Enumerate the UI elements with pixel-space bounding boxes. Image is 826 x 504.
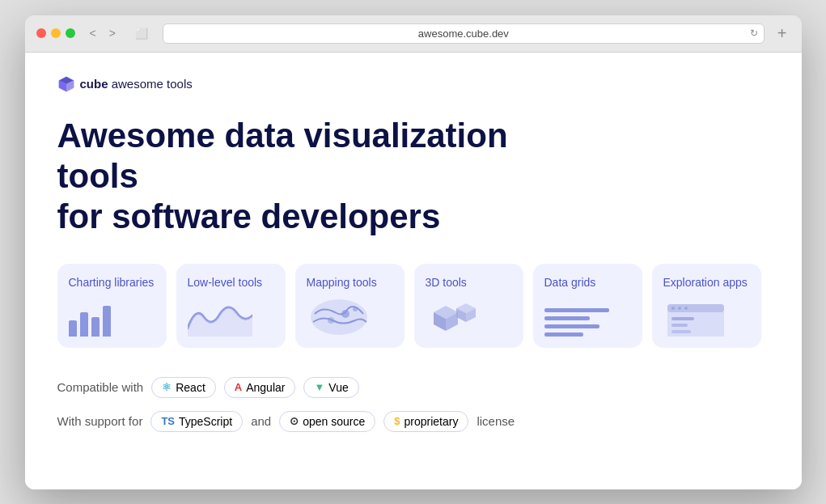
card-label-3d: 3D tools	[426, 275, 467, 290]
card-label-datagrids: Data grids	[544, 275, 596, 290]
maximize-button[interactable]	[66, 28, 75, 38]
category-card-mapping[interactable]: Mapping tools	[295, 264, 405, 348]
card-icon-charting	[69, 296, 111, 337]
refresh-icon[interactable]: ↻	[750, 28, 758, 39]
opensource-icon: ⊙	[290, 415, 299, 427]
wave-icon	[188, 298, 252, 337]
filter-proprietary[interactable]: $ proprietary	[383, 411, 468, 432]
card-label-charting: Charting libraries	[69, 275, 155, 290]
nav-buttons: < >	[85, 25, 121, 41]
svg-point-21	[684, 307, 688, 310]
back-button[interactable]: <	[85, 25, 101, 41]
category-card-datagrids[interactable]: Data grids	[533, 264, 642, 348]
and-label: and	[251, 414, 271, 428]
support-row: With support for TS TypeScript and ⊙ ope…	[57, 411, 769, 432]
support-label: With support for	[57, 414, 143, 428]
svg-rect-18	[671, 330, 691, 333]
compatible-row: Compatible with ⚛ React A Angular ▼ Vue	[57, 377, 769, 398]
card-icon-mapping	[307, 296, 371, 337]
forward-button[interactable]: >	[104, 25, 121, 41]
card-icon-exploration	[663, 296, 728, 337]
new-tab-button[interactable]: +	[774, 25, 790, 41]
typescript-label: TypeScript	[179, 415, 232, 428]
card-label-exploration: Exploration apps	[663, 275, 748, 290]
logo-awesome-label: awesome tools	[112, 77, 193, 91]
svg-point-19	[671, 307, 675, 310]
filter-opensource[interactable]: ⊙ open source	[279, 411, 375, 432]
react-icon: ⚛	[162, 381, 172, 393]
category-card-charting[interactable]: Charting libraries	[57, 264, 167, 348]
filter-typescript[interactable]: TS TypeScript	[150, 411, 243, 432]
close-button[interactable]	[36, 28, 46, 38]
browser-content: cube awesome tools Awesome data visualiz…	[25, 53, 802, 489]
svg-point-5	[341, 310, 349, 318]
traffic-lights	[36, 28, 75, 38]
category-card-lowlevel[interactable]: Low-level tools	[176, 264, 286, 348]
browser-titlebar: < > ⬜ 🔒 awesome.cube.dev ↻ +	[25, 15, 802, 53]
3d-icon	[426, 296, 482, 337]
angular-label: Angular	[246, 381, 285, 394]
cube-logo-icon	[57, 75, 75, 93]
svg-rect-15	[667, 304, 724, 312]
window-view-button[interactable]: ⬜	[130, 26, 153, 41]
react-label: React	[176, 381, 205, 394]
proprietary-icon: $	[394, 415, 400, 427]
browser-window: < > ⬜ 🔒 awesome.cube.dev ↻ + cube awesom…	[25, 15, 802, 489]
svg-point-6	[328, 317, 334, 324]
filter-angular[interactable]: A Angular	[224, 377, 296, 398]
card-icon-datagrids	[544, 296, 609, 337]
compatible-label: Compatible with	[57, 380, 144, 394]
category-card-3d[interactable]: 3D tools	[414, 264, 523, 348]
filters-section: Compatible with ⚛ React A Angular ▼ Vue …	[57, 377, 769, 432]
grid-icon	[544, 308, 609, 337]
proprietary-label: proprietary	[404, 415, 458, 428]
logo-cube-text: cube	[80, 77, 108, 91]
map-icon	[307, 298, 371, 337]
hero-title: Awesome data visualization tools for sof…	[57, 116, 559, 238]
address-bar-wrapper: 🔒 awesome.cube.dev ↻	[163, 23, 765, 44]
address-bar[interactable]: awesome.cube.dev	[163, 23, 765, 44]
svg-point-4	[311, 299, 367, 335]
category-cards: Charting libraries Low-level tools	[57, 264, 769, 348]
site-header: cube awesome tools	[57, 75, 769, 93]
svg-point-7	[353, 307, 358, 311]
license-label: license	[477, 414, 515, 428]
card-icon-3d	[426, 296, 482, 337]
svg-rect-16	[671, 317, 694, 320]
filter-react[interactable]: ⚛ React	[151, 377, 216, 398]
hero-title-line2: for software developers	[57, 197, 441, 235]
site-name: cube awesome tools	[80, 77, 193, 91]
minimize-button[interactable]	[51, 28, 61, 38]
bars-chart-icon	[69, 306, 111, 337]
typescript-icon: TS	[161, 415, 175, 427]
vue-label: Vue	[328, 381, 348, 394]
opensource-label: open source	[303, 415, 365, 428]
hero-title-line1: Awesome data visualization tools	[57, 116, 508, 195]
angular-icon: A	[235, 381, 242, 393]
card-label-lowlevel: Low-level tools	[188, 275, 263, 290]
category-card-exploration[interactable]: Exploration apps	[652, 264, 761, 348]
card-icon-lowlevel	[188, 296, 252, 337]
vue-icon: ▼	[314, 381, 324, 393]
card-label-mapping: Mapping tools	[307, 275, 377, 290]
filter-vue[interactable]: ▼ Vue	[303, 377, 358, 398]
exploration-icon	[663, 298, 728, 337]
svg-point-20	[678, 307, 681, 310]
svg-rect-17	[671, 324, 688, 327]
